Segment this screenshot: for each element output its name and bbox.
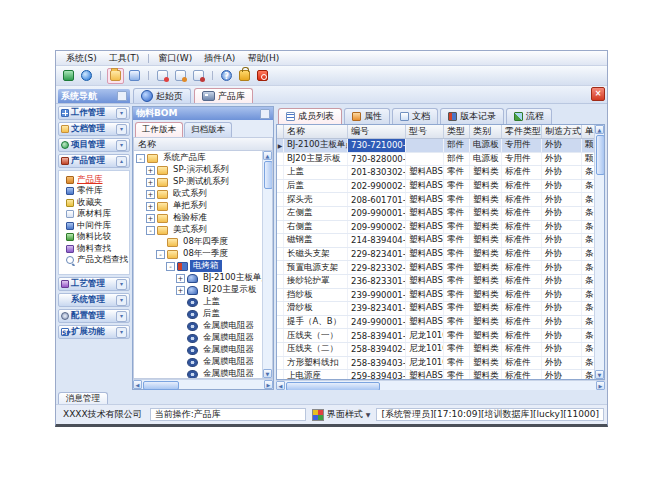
pin-icon[interactable] <box>117 91 127 101</box>
table-cell[interactable]: 标准件 <box>502 166 542 179</box>
table-cell[interactable]: 滑纱板 <box>284 302 348 315</box>
sidebar-section-8[interactable]: SP扩展功能▾ <box>58 325 130 339</box>
table-cell[interactable]: 零件 <box>444 207 470 220</box>
expand-icon[interactable]: + <box>146 178 155 187</box>
table-cell[interactable]: 标准件 <box>502 302 542 315</box>
chevron-down-icon[interactable]: ▾ <box>116 295 127 306</box>
sidebar-section-1[interactable]: 工作管理▾ <box>58 106 130 120</box>
column-header-6[interactable]: 零件类型 <box>502 125 542 138</box>
menu-item-3[interactable]: 窗口(W) <box>152 52 198 65</box>
table-cell[interactable]: 接纱轮护罩 <box>284 275 348 288</box>
table-cell[interactable]: 条 <box>582 329 594 342</box>
toolbar-button-power[interactable] <box>255 69 270 83</box>
table-cell[interactable]: 零件 <box>444 316 470 329</box>
table-row[interactable]: 磁钢盖214-839404-01X塑料ABS零件塑料类标准件外协条 <box>277 234 594 248</box>
scroll-thumb[interactable] <box>596 135 605 175</box>
sidebar-section-3[interactable]: 项目管理▾ <box>58 138 130 152</box>
table-cell[interactable]: 零件 <box>444 302 470 315</box>
table-cell[interactable]: 外协 <box>542 370 582 379</box>
table-cell[interactable]: 条 <box>582 180 594 193</box>
table-cell[interactable]: 229-823302-00X <box>348 261 406 274</box>
table-cell[interactable]: 塑料ABS <box>406 248 444 261</box>
table-cell[interactable]: 239-823401-00X <box>348 302 406 315</box>
table-cell[interactable]: 236-823301-00X <box>348 275 406 288</box>
table-row[interactable]: 后盖202-990002-01X塑料ABS零件塑料类标准件外协条 <box>277 180 594 194</box>
table-cell[interactable]: 塑料类 <box>470 166 502 179</box>
table-cell[interactable]: 左侧盖 <box>284 207 348 220</box>
table-cell[interactable]: 长磁头支架 <box>284 248 348 261</box>
tree-node[interactable]: -系统产品库 <box>134 152 262 164</box>
table-cell[interactable]: 标准件 <box>502 180 542 193</box>
chevron-down-icon[interactable]: ▾ <box>116 311 127 322</box>
table-cell[interactable]: 挡纱板 <box>284 289 348 302</box>
table-cell[interactable]: 塑料类 <box>470 193 502 206</box>
toolbar-button-mail-send[interactable] <box>191 69 206 83</box>
tree-node[interactable]: +SP-演示机系列 <box>134 164 262 176</box>
chevron-up-icon[interactable]: ▴ <box>116 156 127 167</box>
tree-node[interactable]: +单把系列 <box>134 200 262 212</box>
scroll-thumb[interactable] <box>286 382 380 390</box>
version-tab-1[interactable]: 工作版本 <box>135 122 183 137</box>
table-cell[interactable]: 条 <box>582 261 594 274</box>
tree-node[interactable]: 金属膜电阻器 <box>134 332 262 344</box>
column-header-7[interactable]: 制造方式 <box>542 125 582 138</box>
expand-icon[interactable]: + <box>146 166 155 175</box>
tree-node[interactable]: 08年四季度 <box>134 236 262 248</box>
version-tab-2[interactable]: 归档版本 <box>184 122 232 137</box>
table-cell[interactable]: 塑料ABS <box>406 180 444 193</box>
toolbar-button-lock[interactable] <box>237 69 252 83</box>
table-cell[interactable]: 塑料ABS <box>406 221 444 234</box>
table-cell[interactable]: 塑料ABS <box>406 193 444 206</box>
tree-node[interactable]: 金属膜电阻器 <box>134 356 262 368</box>
table-row[interactable]: 压线夹（一）258-839401-00X尼龙1010零件塑料类标准件外协条 <box>277 329 594 343</box>
table-cell[interactable]: 条 <box>582 343 594 356</box>
table-cell[interactable]: 零件 <box>444 180 470 193</box>
table-cell[interactable] <box>406 153 444 166</box>
table-cell[interactable]: 外协 <box>542 139 582 152</box>
table-cell[interactable]: 专用件 <box>502 139 542 152</box>
table-cell[interactable]: 201-830302-00X <box>348 166 406 179</box>
table-row[interactable]: 探头壳208-601701-01X塑料ABS零件塑料类标准件外协条 <box>277 193 594 207</box>
message-manage-tab[interactable]: 消息管理 <box>58 392 108 404</box>
toolbar-button-mail-new[interactable] <box>155 69 170 83</box>
table-cell[interactable]: 外协 <box>542 221 582 234</box>
table-cell[interactable]: 条 <box>582 234 594 247</box>
table-cell[interactable]: 塑料类 <box>470 248 502 261</box>
table-cell[interactable]: BJ-2100主板单点 <box>284 139 348 152</box>
table-cell[interactable]: 塑料类 <box>470 302 502 315</box>
chevron-down-icon[interactable]: ▾ <box>116 327 127 338</box>
table-cell[interactable]: 214-839404-01X <box>348 234 406 247</box>
table-cell[interactable]: 塑料类 <box>470 329 502 342</box>
scroll-down-icon[interactable]: ▼ <box>263 369 272 378</box>
toolbar-button-report[interactable] <box>127 69 142 83</box>
table-cell[interactable]: 外协 <box>542 357 582 370</box>
table-cell[interactable]: 208-601701-01X <box>348 193 406 206</box>
table-cell[interactable]: 零件 <box>444 289 470 302</box>
expand-icon[interactable]: + <box>146 190 155 199</box>
toolbar-button-globe[interactable] <box>79 69 94 83</box>
toolbar-button-folder[interactable] <box>107 68 124 84</box>
table-cell[interactable]: 零件 <box>444 221 470 234</box>
table-row[interactable]: 滑纱板239-823401-00X塑料ABS零件塑料类标准件外协条 <box>277 302 594 316</box>
column-header-5[interactable]: 类别 <box>470 125 502 138</box>
chevron-down-icon[interactable]: ▾ <box>116 108 127 119</box>
table-cell[interactable]: 部件 <box>444 139 470 152</box>
table-cell[interactable]: 零件 <box>444 370 470 379</box>
table-cell[interactable]: 外协 <box>542 329 582 342</box>
expand-icon[interactable]: + <box>146 214 155 223</box>
table-cell[interactable]: 标准件 <box>502 329 542 342</box>
table-cell[interactable]: 尼龙1010 <box>406 343 444 356</box>
table-cell[interactable]: 外协 <box>542 289 582 302</box>
table-cell[interactable]: 颗 <box>582 139 594 152</box>
sidebar-item-收藏夹[interactable]: 收藏夹 <box>59 197 129 209</box>
table-cell[interactable]: 外协 <box>542 302 582 315</box>
table-cell[interactable]: 尼龙1010 <box>406 357 444 370</box>
tree-node[interactable]: -美式系列 <box>134 224 262 236</box>
table-cell[interactable]: 标准件 <box>502 248 542 261</box>
table-cell[interactable]: 方形塑料线扣 <box>284 357 348 370</box>
table-cell[interactable]: 部件 <box>444 153 470 166</box>
table-row[interactable]: 右侧盖209-990002-01X塑料ABS零件塑料类标准件外协条 <box>277 221 594 235</box>
chevron-down-icon[interactable]: ▾ <box>116 124 127 135</box>
tree-node[interactable]: +欧式系列 <box>134 188 262 200</box>
ui-style-button[interactable]: 界面样式 ▼ <box>310 408 373 421</box>
